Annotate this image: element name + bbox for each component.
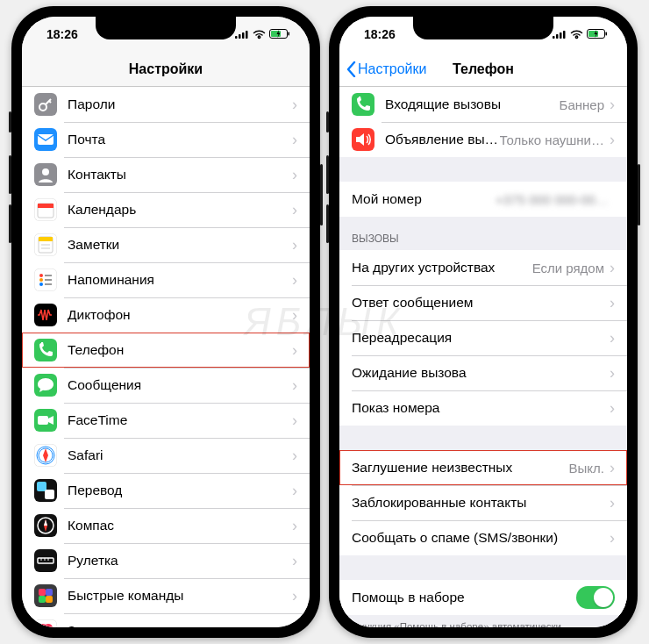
- svg-rect-0: [235, 36, 238, 39]
- row-label: Входящие вызовы: [385, 97, 560, 112]
- row-caller-id[interactable]: Показ номера›: [339, 390, 627, 426]
- svg-rect-32: [39, 589, 46, 596]
- row-call-waiting[interactable]: Ожидание вызова›: [339, 355, 627, 390]
- row-dial-assist[interactable]: Помощь в наборе: [339, 580, 627, 615]
- row-label: Safari: [68, 447, 292, 463]
- back-label: Настройки: [358, 61, 426, 77]
- row-label: Календарь: [68, 202, 292, 218]
- row-notes[interactable]: Заметки›: [22, 227, 310, 262]
- row-label: Сообщения: [68, 377, 292, 393]
- svg-rect-6: [289, 32, 290, 36]
- svg-rect-8: [38, 134, 53, 145]
- row-other-devices[interactable]: На других устройствахЕсли рядом›: [339, 250, 627, 285]
- chevron-right-icon: ›: [292, 131, 297, 149]
- row-safari[interactable]: Safari›: [22, 438, 310, 473]
- row-voicememo[interactable]: Диктофон›: [22, 297, 310, 333]
- svg-point-18: [39, 283, 43, 286]
- chevron-right-icon: ›: [292, 376, 297, 395]
- mute-switch[interactable]: [326, 111, 329, 132]
- row-contacts[interactable]: Контакты›: [22, 157, 310, 192]
- row-announce[interactable]: Объявление вызововТолько наушни…›: [339, 122, 627, 157]
- row-label: Заглушение неизвестных: [352, 460, 569, 476]
- row-label: Рулетка: [68, 553, 292, 569]
- section-header-calls: ВЫЗОВЫ: [339, 217, 627, 250]
- chevron-right-icon: ›: [292, 341, 297, 360]
- dial-assist-toggle[interactable]: [576, 586, 615, 609]
- chevron-right-icon: ›: [292, 166, 297, 184]
- row-mail[interactable]: Почта›: [22, 122, 310, 157]
- chevron-right-icon: ›: [292, 447, 297, 465]
- svg-rect-39: [563, 31, 566, 39]
- envelope-icon: [34, 128, 57, 151]
- key-icon: [34, 93, 57, 116]
- row-label: Быстрые команды: [68, 588, 292, 604]
- row-messages[interactable]: Сообщения›: [22, 368, 310, 403]
- row-incoming[interactable]: Входящие вызовыБаннер›: [339, 87, 627, 122]
- chevron-right-icon: ›: [292, 236, 297, 254]
- row-measure[interactable]: Рулетка›: [22, 543, 310, 578]
- svg-point-16: [39, 274, 43, 277]
- phone-frame-right: 18:26 Настройки Телефон Входящие вызовыБ…: [329, 6, 638, 638]
- row-label: Заметки: [68, 237, 292, 253]
- row-shortcuts[interactable]: Быстрые команды›: [22, 578, 310, 613]
- row-label: Контакты: [68, 167, 292, 182]
- chevron-right-icon: ›: [292, 96, 297, 114]
- chevron-right-icon: ›: [292, 271, 297, 290]
- row-label: На других устройствах: [352, 260, 532, 275]
- volume-down-button[interactable]: [9, 204, 11, 243]
- back-button[interactable]: Настройки: [346, 61, 426, 77]
- row-text-reply[interactable]: Ответ сообщением›: [339, 285, 627, 320]
- chevron-right-icon: ›: [610, 294, 615, 312]
- navbar: Настройки Телефон: [339, 52, 627, 87]
- row-label: Компас: [68, 518, 292, 533]
- battery-icon: [269, 29, 290, 39]
- row-calendar[interactable]: Календарь›: [22, 192, 310, 227]
- chevron-right-icon: ›: [610, 96, 615, 114]
- row-passwords[interactable]: Пароли›: [22, 87, 310, 122]
- svg-rect-36: [553, 36, 555, 39]
- chevron-right-icon: ›: [610, 459, 615, 477]
- mute-switch[interactable]: [9, 111, 11, 132]
- row-reminders[interactable]: Напоминания›: [22, 262, 310, 297]
- row-blocked[interactable]: Заблокированные контакты›: [339, 485, 627, 520]
- power-button[interactable]: [638, 164, 640, 225]
- phone-settings-list[interactable]: Входящие вызовыБаннер›Объявление вызовов…: [339, 87, 627, 627]
- row-forwarding[interactable]: Переадресация›: [339, 320, 627, 355]
- power-button[interactable]: [320, 164, 323, 225]
- row-health[interactable]: Здоровье›: [22, 613, 310, 627]
- row-label: Телефон: [68, 342, 292, 358]
- cellular-icon: [553, 30, 567, 39]
- row-label: Ответ сообщением: [352, 295, 610, 311]
- row-report-spam[interactable]: Сообщать о спаме (SMS/звонки)›: [339, 520, 627, 555]
- svg-rect-25: [37, 482, 46, 491]
- volume-down-button[interactable]: [326, 204, 329, 243]
- svg-point-17: [39, 278, 43, 282]
- volume-up-button[interactable]: [9, 155, 11, 194]
- chevron-right-icon: ›: [610, 364, 615, 383]
- row-label: Напоминания: [68, 272, 292, 288]
- heart-icon: [34, 619, 57, 627]
- calendar-icon: [34, 198, 57, 221]
- svg-point-7: [39, 104, 46, 111]
- chevron-right-icon: ›: [292, 622, 297, 628]
- row-facetime[interactable]: FaceTime›: [22, 403, 310, 438]
- row-translate[interactable]: Перевод›: [22, 473, 310, 508]
- chevron-right-icon: ›: [610, 131, 615, 149]
- chevron-right-icon: ›: [292, 587, 297, 605]
- note-icon: [34, 233, 57, 256]
- svg-rect-22: [38, 416, 48, 425]
- page-title: Телефон: [453, 61, 514, 77]
- status-time: 18:26: [364, 27, 396, 41]
- row-label: Сообщать о спаме (SMS/звонки): [352, 530, 610, 546]
- row-compass[interactable]: Компас›: [22, 508, 310, 543]
- settings-list[interactable]: Пароли›Почта›Контакты›Календарь›Заметки›…: [22, 87, 310, 627]
- shortcuts-icon: [34, 584, 57, 607]
- phone-icon: [34, 339, 57, 361]
- volume-up-button[interactable]: [326, 155, 329, 194]
- row-silence-unknown[interactable]: Заглушение неизвестныхВыкл.›: [339, 450, 627, 485]
- row-label: Диктофон: [68, 307, 292, 323]
- chevron-right-icon: ›: [292, 517, 297, 535]
- row-phone[interactable]: Телефон›: [22, 333, 310, 368]
- row-my-number[interactable]: Мой номер +375 000 000-00-00: [339, 182, 627, 217]
- row-label: Показ номера: [352, 400, 610, 416]
